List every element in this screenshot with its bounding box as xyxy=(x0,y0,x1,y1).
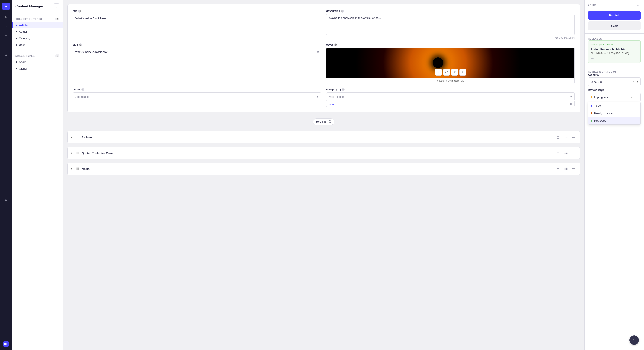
blocks-badge[interactable]: blocks (5) ⓘ xyxy=(313,118,334,125)
category-relation-input[interactable]: Add relation ▾ xyxy=(326,92,575,101)
sidebar-item-author[interactable]: Author xyxy=(12,28,63,35)
review-option-ready[interactable]: Ready to review xyxy=(588,110,640,117)
block-rich-text-more[interactable]: ••• xyxy=(570,134,576,140)
review-stage-chevron: ▾ xyxy=(631,96,633,99)
release-name: Spring Summer highlights xyxy=(591,48,638,51)
sidebar-dot-article xyxy=(16,25,17,26)
sidebar: Content Manager ⌕ COLLECTION TYPES 4 Art… xyxy=(12,0,63,350)
release-publish-label: Will be published in xyxy=(591,43,638,46)
author-relation-input[interactable]: Add relation ▾ xyxy=(73,92,321,101)
app-logo: ✦ xyxy=(2,3,10,10)
category-chevron-icon: ▾ xyxy=(570,95,572,98)
category-label: category (1) ⓘ xyxy=(326,88,575,91)
title-info-icon[interactable]: ⓘ xyxy=(78,10,81,13)
block-quote-more[interactable]: ••• xyxy=(570,150,576,156)
cover-actions: + ⛓ 🗑 ✎ xyxy=(435,69,466,76)
sidebar-divider-1 xyxy=(12,13,63,13)
sidebar-item-user[interactable]: User xyxy=(12,42,63,48)
release-date: 09/11/2024 at 16:00 (UTC+02:00) xyxy=(591,52,638,55)
review-stage-select: In progress ▾ To do Ready to review xyxy=(588,93,640,101)
review-stage-button[interactable]: In progress ▾ xyxy=(588,93,640,101)
review-stage-group: Review stage In progress ▾ To do xyxy=(588,89,640,101)
title-input[interactable] xyxy=(73,14,321,23)
sidebar-dot-author xyxy=(16,31,17,33)
sidebar-search-button[interactable]: ⌕ xyxy=(54,4,60,10)
publish-button[interactable]: Publish xyxy=(588,11,640,20)
block-rich-text-header: ▾ ⠿⠿ Rich text 🗑 ⠿⠿ ••• xyxy=(68,131,580,143)
block-rich-text-chevron[interactable]: ▾ xyxy=(71,136,72,139)
nav-upload-icon[interactable]: ↑ xyxy=(2,23,10,31)
block-quote-delete[interactable]: 🗑 xyxy=(555,150,561,156)
cover-add-button[interactable]: + xyxy=(435,69,442,76)
sidebar-item-global[interactable]: Global xyxy=(12,65,63,72)
cover-filename: what-s-inside-a-black-hole xyxy=(326,78,574,84)
cover-edit-button[interactable]: ✎ xyxy=(459,69,466,76)
review-stage-dot xyxy=(591,96,592,98)
description-input[interactable] xyxy=(326,14,575,35)
cover-info-icon[interactable]: ⓘ xyxy=(334,43,337,46)
cover-label: cover ⓘ xyxy=(326,43,575,46)
block-quote-chevron[interactable]: ▾ xyxy=(71,152,72,155)
block-media-drag-icon: ⠿⠿ xyxy=(74,167,80,171)
block-media-delete[interactable]: 🗑 xyxy=(555,166,561,172)
nav-content-icon[interactable]: ✎ xyxy=(2,14,10,21)
cover-delete-button[interactable]: 🗑 xyxy=(451,69,458,76)
user-avatar[interactable]: KD xyxy=(2,340,10,347)
review-option-todo[interactable]: To do xyxy=(588,102,640,110)
author-field-group: author ⓘ Add relation ▾ xyxy=(73,88,321,107)
reviewed-dot xyxy=(591,120,592,122)
assignee-clear-icon[interactable]: × xyxy=(632,80,634,84)
entry-more-icon[interactable]: ••• xyxy=(637,4,640,8)
help-fab[interactable]: ? xyxy=(630,335,639,345)
bottom-fields-grid: slug ⓘ ↻ cover ⓘ xyxy=(73,43,575,84)
save-button[interactable]: Save xyxy=(588,21,640,30)
category-info-icon[interactable]: ⓘ xyxy=(342,88,344,91)
releases-section: RELEASES Will be published in Spring Sum… xyxy=(584,34,644,66)
sidebar-item-category[interactable]: Category xyxy=(12,35,63,42)
description-info-icon[interactable]: ⓘ xyxy=(341,10,344,13)
block-quote-drag[interactable]: ⠿⠿ xyxy=(563,150,569,156)
single-types-section: SINGLE TYPES 2 xyxy=(12,52,63,59)
cover-image: + ⛓ 🗑 ✎ xyxy=(326,48,574,78)
relations-grid: author ⓘ Add relation ▾ xyxy=(73,88,575,107)
content-area: title ⓘ description ⓘ max. 80 characters xyxy=(63,0,644,350)
block-media-drag[interactable]: ⠿⠿ xyxy=(563,166,569,172)
cover-link-button[interactable]: ⛓ xyxy=(443,69,450,76)
nav-plugin-icon[interactable]: ⬡ xyxy=(2,42,10,50)
entry-section: ENTRY ••• Publish Save xyxy=(584,0,644,34)
slug-info-icon[interactable]: ⓘ xyxy=(79,43,82,46)
category-news-tag: news × xyxy=(326,101,575,107)
sidebar-dot-global xyxy=(16,68,17,69)
collection-types-section: COLLECTION TYPES 4 xyxy=(12,15,63,22)
sidebar-header: Content Manager ⌕ xyxy=(12,0,63,11)
block-rich-text-drag-icon: ⠿⠿ xyxy=(74,135,80,139)
review-option-reviewed[interactable]: Reviewed xyxy=(588,117,640,124)
block-media-chevron[interactable]: ▾ xyxy=(71,167,72,170)
blocks-header: blocks (5) ⓘ xyxy=(68,116,580,128)
title-field-group: title ⓘ xyxy=(73,10,321,39)
release-card: Will be published in Spring Summer highl… xyxy=(588,40,640,63)
block-media-actions: 🗑 ⠿⠿ ••• xyxy=(555,166,576,172)
collection-types-count: 4 xyxy=(56,18,60,21)
block-media-more[interactable]: ••• xyxy=(570,166,576,172)
sidebar-item-article[interactable]: Article xyxy=(12,22,63,28)
nav-settings-icon[interactable]: ⚙ xyxy=(2,196,10,204)
nav-media-icon[interactable]: ◫ xyxy=(2,33,10,40)
author-info-icon[interactable]: ⓘ xyxy=(82,88,84,91)
cover-area: + ⛓ 🗑 ✎ what-s-inside-a-black-hole xyxy=(326,48,575,84)
ready-dot xyxy=(591,113,592,114)
assignee-group: Assignee Jane Doe × ▾ xyxy=(588,73,640,86)
block-rich-text-delete[interactable]: 🗑 xyxy=(555,134,561,140)
todo-dot xyxy=(591,105,592,107)
block-rich-text-drag[interactable]: ⠿⠿ xyxy=(563,134,569,140)
slug-refresh-icon[interactable]: ↻ xyxy=(316,50,319,54)
form-area: title ⓘ description ⓘ max. 80 characters xyxy=(63,0,584,350)
nav-shop-icon[interactable]: ◈ xyxy=(2,51,10,59)
release-more-icon[interactable]: ••• xyxy=(591,57,594,60)
review-stage-label: Review stage xyxy=(588,89,640,92)
block-quote-actions: 🗑 ⠿⠿ ••• xyxy=(555,150,576,156)
slug-input[interactable] xyxy=(73,48,321,56)
entry-header: ENTRY ••• xyxy=(588,4,640,9)
category-tag-remove[interactable]: × xyxy=(570,102,572,106)
sidebar-item-about[interactable]: About xyxy=(12,59,63,65)
